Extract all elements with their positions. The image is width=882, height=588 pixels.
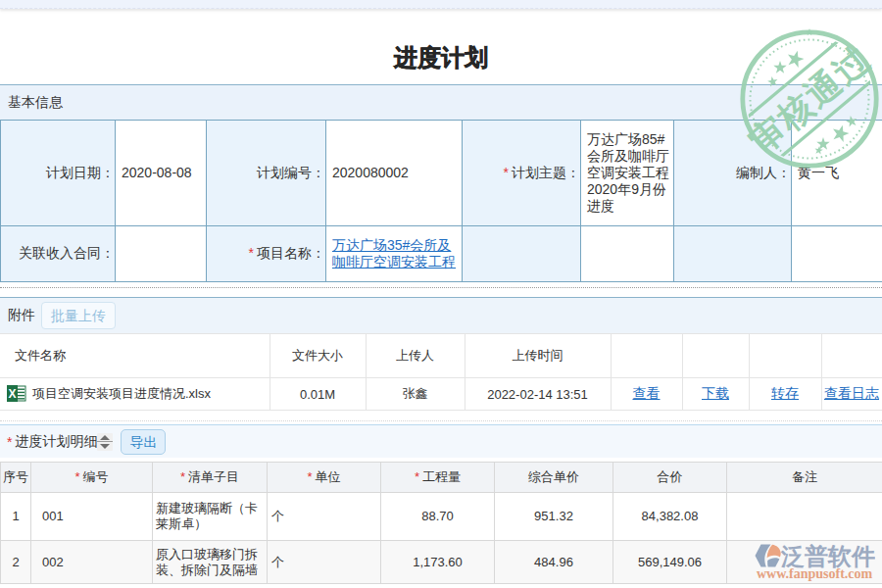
svg-text:审核通过: 审核通过 xyxy=(742,38,877,161)
svg-text:www.fanpusoft.com: www.fanpusoft.com xyxy=(757,566,873,581)
svg-text:X: X xyxy=(8,387,16,401)
